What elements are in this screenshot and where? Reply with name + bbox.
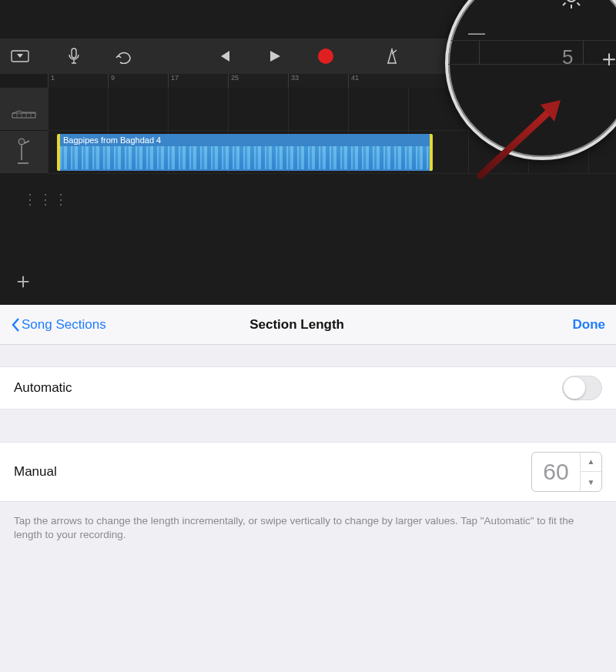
- stepper-up[interactable]: ▲: [581, 452, 601, 472]
- record-icon: [318, 48, 333, 64]
- ruler-mark: 41: [348, 74, 408, 88]
- ruler-number: 5: [562, 45, 573, 69]
- ruler-mark: 9: [108, 74, 168, 88]
- play-button[interactable]: [259, 41, 290, 72]
- panel-navbar: Song Sections Section Length Done: [0, 305, 616, 345]
- automatic-label: Automatic: [14, 380, 72, 396]
- stepper-down[interactable]: ▼: [581, 472, 601, 492]
- undo-button[interactable]: [109, 41, 139, 72]
- chevron-left-icon: [11, 317, 20, 333]
- svg-point-2: [18, 139, 25, 145]
- manual-stepper[interactable]: 60 ▲ ▼: [531, 452, 602, 492]
- section-length-panel: Song Sections Section Length Done Automa…: [0, 305, 616, 672]
- automatic-row: Automatic: [0, 366, 616, 410]
- song-sections-button[interactable]: ＋: [598, 43, 616, 75]
- track-headers: [0, 88, 48, 174]
- add-track-button[interactable]: ＋: [12, 266, 34, 296]
- track-header-mic[interactable]: [0, 131, 48, 174]
- ruler-mark: 17: [168, 74, 228, 88]
- ruler-mark: 1: [48, 74, 108, 88]
- automatic-switch[interactable]: [562, 376, 602, 400]
- waveform: [60, 146, 430, 169]
- tracks-scroll-handle[interactable]: ⋮⋮⋮: [23, 191, 69, 208]
- skip-back-button[interactable]: [209, 41, 239, 72]
- mic-stand-icon: [16, 137, 32, 168]
- record-button[interactable]: [310, 41, 341, 72]
- ruler-mark: 25: [228, 74, 288, 88]
- zoom-ruler: 5: [448, 40, 616, 65]
- manual-label: Manual: [14, 464, 57, 480]
- manual-row: Manual 60 ▲ ▼: [0, 442, 616, 502]
- ruler-mark: 33: [288, 74, 348, 88]
- transport-controls: [209, 41, 341, 72]
- panel-title: Section Length: [29, 317, 565, 333]
- done-button[interactable]: Done: [573, 317, 606, 333]
- track-header-piano[interactable]: [0, 88, 48, 131]
- track-editor: 1 9 17 25 33 41 Bagpipes from Baghdad 4: [0, 0, 616, 305]
- svg-point-3: [567, 0, 576, 2]
- manual-value: 60: [532, 459, 580, 485]
- view-menu-button[interactable]: [5, 41, 35, 72]
- audio-clip[interactable]: Bagpipes from Baghdad 4: [57, 134, 433, 171]
- settings-button[interactable]: [557, 0, 585, 14]
- microphone-button[interactable]: [59, 41, 89, 72]
- piano-icon: [11, 99, 37, 119]
- clip-label: Bagpipes from Baghdad 4: [63, 135, 161, 145]
- help-text: Tap the arrows to change the length incr…: [0, 502, 616, 542]
- gear-icon: [557, 0, 585, 11]
- svg-rect-1: [72, 48, 76, 58]
- metronome-button[interactable]: [377, 41, 407, 72]
